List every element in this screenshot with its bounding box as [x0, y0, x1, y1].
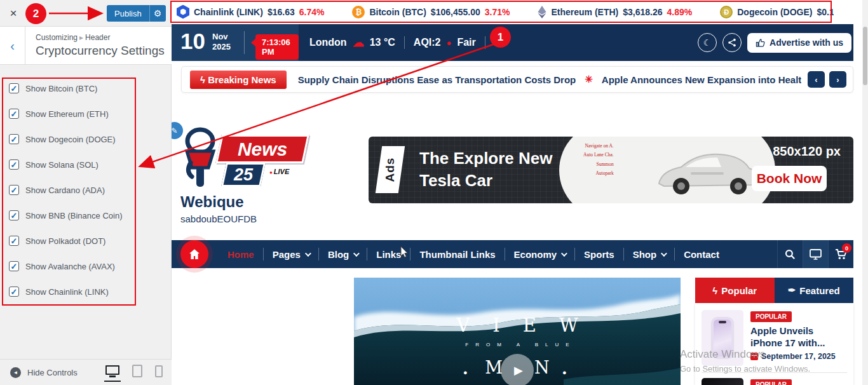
checkbox-checked-icon[interactable]: ✓ [9, 109, 19, 119]
breadcrumb-customizing: Customizing [36, 33, 78, 42]
monitor-icon[interactable] [803, 240, 828, 268]
desktop-preview-icon[interactable] [105, 365, 119, 377]
share-icon[interactable] [722, 33, 742, 52]
car-illustration-icon [653, 147, 764, 201]
coin-change: 6.74% [299, 7, 325, 17]
checkbox-checked-icon[interactable]: ✓ [9, 287, 19, 297]
scrollbar[interactable] [862, 0, 868, 385]
tablet-preview-icon[interactable] [132, 365, 142, 377]
nav-item-thumbnail-links[interactable]: Thumbnail Links [410, 249, 504, 260]
checkbox-show-bitcoin[interactable]: ✓Show Bitcoin (BTC) [9, 83, 97, 93]
annotation-callout-2: 2 [25, 3, 46, 24]
popular-posts-card: POPULAR Apple Unveils iPhone 17 with... … [695, 303, 853, 385]
site-name: Webique [180, 193, 244, 211]
article-title[interactable]: Apple Unveils iPhone 17 with... [750, 325, 847, 349]
ticker-item-chainlink[interactable]: Chainlink (LINK) $16.63 6.74% [177, 5, 324, 19]
thumbs-up-icon [756, 38, 765, 48]
dark-mode-moon-icon[interactable]: ☾ [698, 33, 717, 52]
checkbox-checked-icon[interactable]: ✓ [9, 134, 19, 144]
nav-item-contact[interactable]: Contact [675, 249, 728, 260]
tab-featured[interactable]: ✒ Featured [775, 278, 854, 303]
aqi-status: Fair [457, 37, 475, 48]
home-icon[interactable] [180, 240, 208, 268]
checkbox-checked-icon[interactable]: ✓ [9, 159, 19, 170]
checkbox-show-bnb[interactable]: ✓Show BNB (Binance Coin) [9, 210, 122, 220]
checkbox-label: Show Polkadot (DOT) [25, 236, 105, 246]
headline-separator-icon: ✳ [585, 74, 593, 85]
nav-item-pages[interactable]: Pages [264, 249, 318, 260]
crypto-ticker: Chainlink (LINK) $16.63 6.74% ₿ Bitcoin … [172, 0, 834, 24]
checkbox-show-dogecoin[interactable]: ✓Show Dogecoin (DOGE) [9, 134, 116, 144]
quill-icon: ✒ [788, 285, 796, 296]
checkbox-show-ethereum[interactable]: ✓Show Ethereum (ETH) [9, 109, 109, 119]
nav-item-economy[interactable]: Economy [505, 249, 575, 260]
mouse-cursor-icon [400, 246, 409, 259]
ad-banner[interactable]: Ads The Explore New Tesla Car Navigate o… [369, 137, 853, 203]
mobile-preview-icon[interactable] [155, 365, 163, 377]
checkbox-label: Show BNB (Binance Coin) [25, 211, 122, 220]
video-post-card[interactable]: VIEW FROM A BLUE MN ● ● ▶ [354, 278, 681, 385]
headline-link[interactable]: Apple Announces New Expansion into Healt… [602, 74, 801, 85]
scrollbar-thumb[interactable] [863, 27, 867, 85]
breaking-news-bar: ϟ Breaking News Supply Chain Disruptions… [181, 66, 853, 93]
book-now-button[interactable]: Book Now [752, 166, 827, 191]
dogecoin-icon: Ð [720, 6, 733, 18]
site-logo[interactable]: News 25 LIVE Webique sabdoubEOUFDB [179, 122, 332, 233]
hide-controls-button[interactable]: ◄ Hide Controls [10, 367, 78, 378]
checkbox-label: Show Chainlink (LINK) [25, 287, 109, 297]
search-icon[interactable] [777, 240, 803, 268]
close-icon[interactable]: × [0, 0, 27, 26]
nav-item-sports[interactable]: Sports [575, 249, 623, 260]
article-item[interactable]: POPULAR Apple Unveils iPhone 17 with... … [702, 310, 847, 366]
ticker-item-ethereum[interactable]: Ethereum (ETH) $3,618.26 4.89% [538, 6, 692, 18]
date-year: 2025 [212, 42, 231, 52]
checkbox-label: Show Cardano (ADA) [25, 186, 105, 195]
tab-popular[interactable]: ϟ Popular [695, 278, 775, 303]
date-day: 10 [180, 29, 205, 54]
site-tagline: sabdoubEOUFDB [180, 213, 257, 224]
checkbox-show-solana[interactable]: ✓Show Solana (SOL) [9, 159, 98, 170]
cart-count-badge: 0 [842, 243, 851, 253]
ad-size-label: 850x120 px [773, 144, 841, 159]
checkbox-checked-icon[interactable]: ✓ [9, 236, 19, 246]
aqi-dot-icon: ● [447, 38, 452, 48]
coin-name: Chainlink (LINK) [194, 7, 263, 17]
article-item[interactable]: POPULAR [702, 378, 847, 385]
site-topbar: 10 Nov 2025 7:13:06 PM London ☁ 13 °C AQ… [172, 24, 853, 61]
back-chevron-icon[interactable]: ‹ [0, 27, 25, 65]
checkbox-show-chainlink[interactable]: ✓Show Chainlink (LINK) [9, 287, 109, 297]
cart-icon[interactable]: 0 [828, 240, 853, 268]
publish-button[interactable]: Publish [107, 5, 149, 22]
customizer-section-header: ‹ Customizing▸Header Cryptocurrency Sett… [0, 27, 172, 65]
publish-settings-gear-icon[interactable]: ⚙ [149, 5, 166, 22]
wp-customizer-panel: × Publish ⚙ ‹ Customizing▸Header Cryptoc… [0, 0, 172, 385]
date-month: Nov [212, 32, 231, 42]
checkbox-show-cardano[interactable]: ✓Show Cardano (ADA) [9, 185, 105, 195]
annotation-callout-1: 1 [490, 27, 511, 48]
advertise-button[interactable]: Advertise with us [747, 33, 851, 53]
play-button[interactable]: ▶ [501, 354, 534, 385]
chevron-down-icon [305, 250, 311, 257]
coin-price: $106,455.00 [431, 7, 480, 17]
coin-price: $0.18 [817, 7, 834, 17]
chevron-down-icon [561, 250, 567, 257]
nav-item-shop[interactable]: Shop [624, 249, 675, 260]
nav-item-home[interactable]: Home [219, 249, 263, 260]
collapse-arrow-icon: ◄ [10, 367, 21, 378]
article-thumbnail-image [702, 378, 743, 385]
ticker-next-button[interactable]: › [829, 71, 846, 88]
weather-temperature: 13 °C [370, 37, 395, 48]
logo-live-label: LIVE [269, 168, 289, 175]
checkbox-checked-icon[interactable]: ✓ [9, 185, 19, 195]
ticker-prev-button[interactable]: ‹ [808, 71, 825, 88]
ticker-item-bitcoin[interactable]: ₿ Bitcoin (BTC) $106,455.00 3.71% [352, 6, 510, 18]
headline-link[interactable]: Supply Chain Disruptions Ease as Transpo… [298, 74, 576, 85]
checkbox-checked-icon[interactable]: ✓ [9, 210, 19, 220]
checkbox-checked-icon[interactable]: ✓ [9, 83, 19, 93]
checkbox-show-avalanche[interactable]: ✓Show Avalanche (AVAX) [9, 261, 115, 271]
weather-widget: London ☁ 13 °C AQI:2 ● Fair [309, 24, 489, 61]
nav-item-blog[interactable]: Blog [319, 249, 367, 260]
ticker-item-dogecoin[interactable]: Ð Dogecoin (DOGE) $0.18 4.18% [720, 6, 834, 18]
checkbox-checked-icon[interactable]: ✓ [9, 261, 19, 271]
checkbox-show-polkadot[interactable]: ✓Show Polkadot (DOT) [9, 236, 105, 246]
